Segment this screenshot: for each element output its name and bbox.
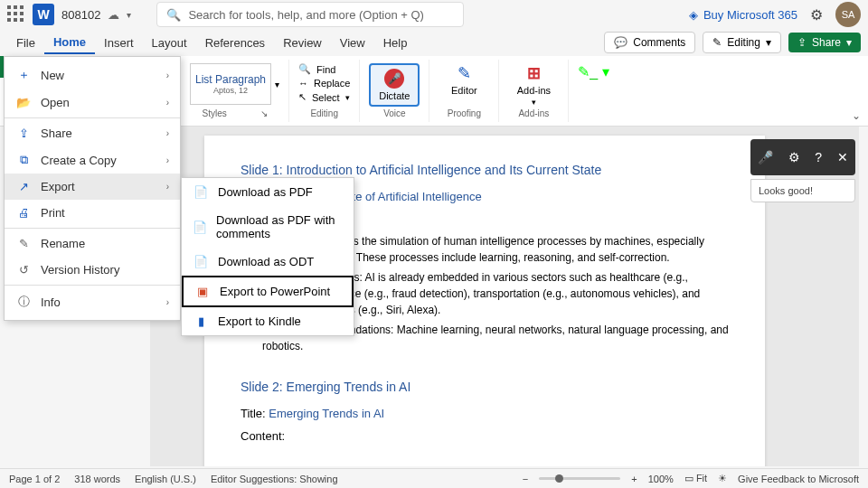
tab-view[interactable]: View bbox=[331, 33, 374, 53]
chevron-down-icon: ▾ bbox=[532, 98, 536, 107]
feedback-link[interactable]: Give Feedback to Microsoft bbox=[738, 474, 859, 484]
proofing-group-label: Proofing bbox=[448, 108, 481, 118]
highlight-group: ✎_ ▾ bbox=[569, 60, 618, 122]
share-icon: ⇪ bbox=[15, 127, 32, 140]
dictate-floating-toolbar[interactable]: 🎤 ⚙ ? ✕ bbox=[750, 139, 855, 175]
zoom-percent[interactable]: 100% bbox=[648, 474, 674, 484]
account-avatar[interactable]: SA bbox=[835, 2, 861, 27]
menu-print[interactable]: 🖨Print bbox=[5, 200, 180, 226]
share-icon: ⇪ bbox=[797, 36, 807, 49]
zoom-in-icon[interactable]: + bbox=[631, 474, 637, 484]
page-indicator[interactable]: Page 1 of 2 bbox=[9, 474, 60, 484]
style-name: List Paragraph bbox=[195, 73, 266, 86]
tab-file[interactable]: File bbox=[7, 33, 44, 53]
chevron-down-icon: ▾ bbox=[846, 36, 852, 49]
tab-home[interactable]: Home bbox=[44, 32, 95, 54]
select-button[interactable]: ↖Select▾ bbox=[298, 91, 350, 103]
style-preview[interactable]: List Paragraph Aptos, 12 bbox=[190, 63, 271, 105]
menu-create-copy[interactable]: ⧉Create a Copy› bbox=[5, 146, 180, 174]
statusbar-right: − + 100% ▭ Fit ☀ Give Feedback to Micros… bbox=[523, 473, 859, 484]
find-button[interactable]: 🔍Find bbox=[298, 63, 350, 75]
dictate-settings-icon[interactable]: ⚙ bbox=[788, 150, 800, 164]
powerpoint-icon: ▣ bbox=[194, 285, 211, 298]
brightness-icon[interactable]: ☀ bbox=[718, 473, 727, 484]
dictate-button[interactable]: 🎤 Dictate bbox=[369, 63, 420, 107]
chevron-right-icon: › bbox=[166, 297, 169, 307]
filename-chevron-icon[interactable]: ▾ bbox=[127, 10, 131, 20]
dictate-label: Dictate bbox=[379, 90, 410, 101]
menu-export[interactable]: ↗Export› bbox=[5, 174, 180, 200]
info-icon: ⓘ bbox=[15, 294, 32, 310]
search-placeholder: Search for tools, help, and more (Option… bbox=[188, 8, 424, 22]
tabbar-right: 💬 Comments ✎ Editing ▾ ⇪ Share ▾ bbox=[604, 32, 861, 53]
tab-help[interactable]: Help bbox=[374, 33, 417, 53]
addins-icon: ⊞ bbox=[527, 63, 541, 83]
submenu-export-powerpoint[interactable]: ▣Export to PowerPoint bbox=[182, 276, 354, 307]
mic-active-icon[interactable]: 🎤 bbox=[758, 150, 773, 164]
menu-share[interactable]: ⇪Share› bbox=[5, 120, 180, 146]
menu-info[interactable]: ⓘInfo› bbox=[5, 287, 180, 316]
document-filename[interactable]: 808102 bbox=[61, 8, 100, 22]
comments-button[interactable]: 💬 Comments bbox=[604, 32, 695, 53]
word-app-icon[interactable]: W bbox=[33, 4, 54, 25]
statusbar: Page 1 of 2 318 words English (U.S.) Edi… bbox=[0, 468, 868, 488]
search-input[interactable]: 🔍 Search for tools, help, and more (Opti… bbox=[156, 2, 464, 27]
settings-gear-icon[interactable]: ⚙ bbox=[810, 6, 823, 23]
replace-button[interactable]: ↔Replace bbox=[298, 78, 350, 89]
share-button[interactable]: ⇪ Share ▾ bbox=[788, 33, 861, 52]
expand-ribbon-icon[interactable]: ⌄ bbox=[852, 109, 861, 122]
menu-new[interactable]: ＋New› bbox=[5, 61, 180, 89]
submenu-download-odt[interactable]: 📄Download as ODT bbox=[182, 248, 354, 276]
editing-group: 🔍Find ↔Replace ↖Select▾ Editing bbox=[289, 60, 360, 122]
zoom-slider[interactable] bbox=[539, 477, 620, 480]
editor-button[interactable]: ✎ Editor bbox=[439, 63, 489, 96]
tab-layout[interactable]: Layout bbox=[143, 33, 196, 53]
new-icon: ＋ bbox=[15, 67, 32, 83]
export-submenu: 📄Download as PDF 📄Download as PDF with c… bbox=[181, 177, 354, 336]
rename-icon: ✎ bbox=[15, 237, 32, 250]
file-menu: ＋New› 📂Open› ⇪Share› ⧉Create a Copy› ↗Ex… bbox=[4, 56, 181, 321]
submenu-export-kindle[interactable]: ▮Export to Kindle bbox=[182, 307, 354, 335]
tab-references[interactable]: References bbox=[196, 33, 274, 53]
submenu-download-pdf[interactable]: 📄Download as PDF bbox=[182, 178, 354, 206]
editor-pen-icon: ✎ bbox=[458, 63, 471, 83]
fit-button[interactable]: ▭ Fit bbox=[684, 473, 707, 484]
menu-open[interactable]: 📂Open› bbox=[5, 89, 180, 116]
addins-group-label: Add-ins bbox=[518, 108, 549, 118]
search-icon: 🔍 bbox=[166, 8, 181, 22]
comments-label: Comments bbox=[633, 36, 685, 49]
tab-review[interactable]: Review bbox=[274, 33, 331, 53]
pdf-icon: 📄 bbox=[193, 185, 209, 199]
folder-icon: 📂 bbox=[15, 96, 32, 109]
editor-suggestions[interactable]: Editor Suggestions: Showing bbox=[211, 474, 338, 484]
voice-group: 🎤 Dictate Voice bbox=[360, 60, 429, 122]
styles-launcher-icon[interactable]: ↘ bbox=[260, 108, 268, 118]
slide1-heading: Slide 1: Introduction to Artificial Inte… bbox=[241, 163, 729, 177]
cloud-saved-icon: ☁ bbox=[108, 8, 119, 22]
editing-mode-button[interactable]: ✎ Editing ▾ bbox=[703, 32, 781, 53]
buy-microsoft-link[interactable]: ◈ Buy Microsoft 365 bbox=[689, 8, 797, 22]
addins-button[interactable]: ⊞ Add-ins ▾ bbox=[508, 63, 559, 107]
submenu-download-pdf-comments[interactable]: 📄Download as PDF with comments bbox=[182, 206, 354, 248]
word-count[interactable]: 318 words bbox=[74, 474, 120, 484]
language-indicator[interactable]: English (U.S.) bbox=[135, 474, 196, 484]
dictate-close-icon[interactable]: ✕ bbox=[837, 150, 848, 164]
dictate-help-icon[interactable]: ? bbox=[815, 150, 822, 164]
diamond-icon: ◈ bbox=[689, 8, 698, 22]
search-icon: 🔍 bbox=[298, 63, 311, 75]
zoom-out-icon[interactable]: − bbox=[523, 474, 528, 484]
titlebar-right: ◈ Buy Microsoft 365 ⚙ SA bbox=[689, 2, 861, 27]
kindle-icon: ▮ bbox=[193, 314, 209, 328]
menu-version-history[interactable]: ↺Version History bbox=[5, 257, 180, 283]
editing-group-label: Editing bbox=[310, 108, 338, 118]
highlighter-icon[interactable]: ✎_ ▾ bbox=[578, 63, 609, 80]
copy-icon: ⧉ bbox=[15, 153, 32, 167]
tab-insert[interactable]: Insert bbox=[95, 33, 143, 53]
styles-group-label: Styles ↘ bbox=[202, 108, 267, 118]
zoom-thumb[interactable] bbox=[555, 474, 563, 483]
styles-expand-icon[interactable]: ▾ bbox=[275, 80, 279, 89]
app-launcher-icon[interactable] bbox=[7, 5, 25, 23]
styles-group: List Paragraph Aptos, 12 ▾ Styles ↘ bbox=[181, 60, 289, 122]
menu-rename[interactable]: ✎Rename bbox=[5, 230, 180, 257]
share-label: Share bbox=[812, 36, 841, 49]
